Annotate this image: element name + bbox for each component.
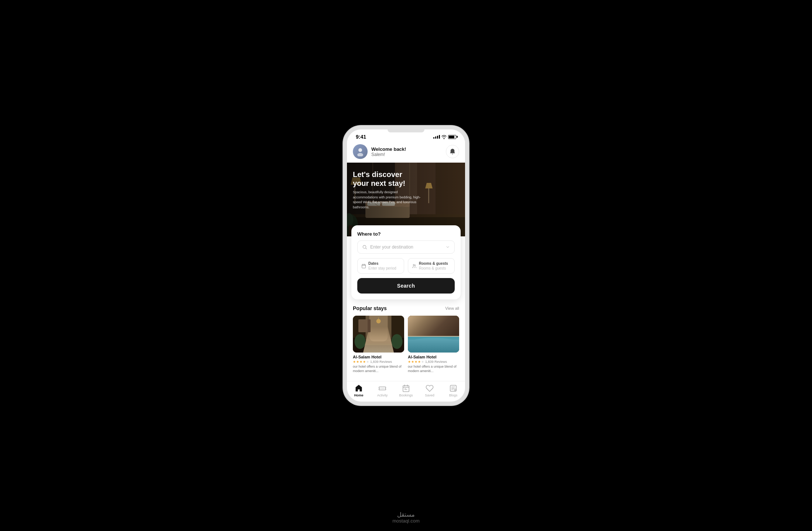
- svg-rect-20: [362, 264, 366, 268]
- nav-home-label: Home: [354, 393, 363, 397]
- nav-home[interactable]: Home: [350, 384, 368, 397]
- header-left: Welcome back! Salem!: [353, 144, 406, 159]
- hotel-reviews-2: 1,839 Reviews: [425, 360, 447, 364]
- hero-subtitle: Spacious, beautifully designed accommoda…: [353, 190, 423, 210]
- svg-rect-32: [408, 316, 459, 336]
- hotel-card-2[interactable]: Al-Salam Hotel ★ ★ ★ ★ ★ 1,839 Reviews o…: [408, 316, 459, 373]
- svg-rect-34: [408, 320, 459, 321]
- hotel-name-1: Al-Salam Hotel: [353, 355, 404, 359]
- hotel-desc-2: our hotel offers a unique blend of moder…: [408, 365, 459, 373]
- svg-rect-35: [408, 323, 459, 324]
- ticket-icon: [378, 384, 386, 392]
- svg-rect-36: [408, 325, 459, 326]
- svg-point-22: [414, 265, 416, 266]
- hotel-stars-1: ★ ★ ★ ★ ★: [353, 360, 369, 364]
- svg-rect-26: [366, 341, 392, 343]
- nav-bookings-label: Bookings: [399, 393, 413, 397]
- guests-field[interactable]: Rooms & guests Rooms & guests: [408, 258, 455, 274]
- watermark-url: mostaql.com: [392, 518, 420, 524]
- svg-point-0: [358, 148, 362, 152]
- hotel-reviews-1: 1,839 Reviews: [370, 360, 392, 364]
- signal-icon: [433, 135, 440, 139]
- bell-icon: [449, 148, 456, 155]
- status-icons: [433, 135, 456, 139]
- notification-button[interactable]: [446, 145, 459, 158]
- avatar: [353, 144, 368, 159]
- rooms-guests-label: Rooms & guests: [419, 261, 448, 266]
- dates-guests-row: Dates Enter stay period Rooms & guests R…: [357, 258, 455, 274]
- nav-activity[interactable]: Activity: [373, 384, 392, 397]
- phone-notch: [388, 129, 424, 132]
- nav-saved-label: Saved: [425, 393, 434, 397]
- svg-rect-31: [408, 316, 459, 353]
- svg-point-44: [382, 388, 383, 389]
- nav-saved[interactable]: Saved: [420, 384, 439, 397]
- dates-label: Dates: [368, 261, 396, 266]
- svg-point-28: [392, 334, 403, 349]
- svg-rect-33: [408, 317, 459, 319]
- svg-point-1: [357, 153, 363, 156]
- app-header: Welcome back! Salem!: [347, 141, 465, 163]
- user-name: Salem!: [371, 152, 406, 157]
- section-header: Popular stays View all: [353, 305, 459, 311]
- destination-input[interactable]: Enter your destination: [357, 240, 455, 254]
- hotel-photo-1: [353, 316, 404, 353]
- hotel-desc-1: our hotel offers a unique blend of moder…: [353, 365, 404, 373]
- guests-content: Rooms & guests Rooms & guests: [419, 261, 448, 270]
- nav-blogs-label: Blogs: [449, 393, 458, 397]
- svg-point-41: [408, 338, 459, 349]
- chevron-down-icon: [445, 245, 450, 249]
- destination-placeholder: Enter your destination: [370, 244, 443, 250]
- popular-stays-section: Popular stays View all: [347, 299, 465, 376]
- svg-point-45: [383, 388, 384, 389]
- nav-bookings[interactable]: Bookings: [397, 384, 415, 397]
- hotel-photo-2: [408, 316, 459, 353]
- heart-icon: [426, 384, 434, 392]
- search-button[interactable]: Search: [357, 278, 455, 294]
- svg-rect-39: [408, 333, 459, 334]
- guests-icon: [412, 264, 417, 268]
- svg-point-43: [381, 388, 381, 389]
- svg-point-48: [454, 389, 456, 391]
- nav-blogs[interactable]: Blogs: [444, 384, 462, 397]
- wifi-icon: [441, 135, 447, 139]
- phone-frame: 9:41: [343, 126, 469, 405]
- hotels-grid: Al-Salam Hotel ★ ★ ★ ★ ★ 1,839 Reviews o…: [353, 316, 459, 373]
- bottom-spacer: [347, 376, 465, 381]
- section-title: Popular stays: [353, 305, 387, 311]
- avatar-image: [355, 147, 365, 156]
- welcome-text: Welcome back!: [371, 146, 406, 152]
- dates-content: Dates Enter stay period: [368, 261, 396, 270]
- where-to-label: Where to?: [357, 231, 455, 237]
- dates-field[interactable]: Dates Enter stay period: [357, 258, 404, 274]
- svg-rect-38: [408, 330, 459, 332]
- hotel-stars-2: ★ ★ ★ ★ ★: [408, 360, 424, 364]
- bottom-nav: Home Activity Bookings: [347, 381, 465, 402]
- hotel-card-1[interactable]: Al-Salam Hotel ★ ★ ★ ★ ★ 1,839 Reviews o…: [353, 316, 404, 373]
- svg-rect-37: [408, 328, 459, 329]
- nav-activity-label: Activity: [377, 393, 388, 397]
- hotel-image-1: [353, 316, 404, 353]
- dates-placeholder: Enter stay period: [368, 266, 396, 270]
- battery-icon: [448, 135, 456, 139]
- search-card: Where to? Enter your destination: [351, 225, 461, 299]
- status-time: 9:41: [356, 134, 366, 140]
- hotel-name-2: Al-Salam Hotel: [408, 355, 459, 359]
- view-all-link[interactable]: View all: [445, 306, 459, 310]
- calendar-icon: [361, 264, 366, 268]
- hotel-rating-row-2: ★ ★ ★ ★ ★ 1,839 Reviews: [408, 360, 459, 364]
- svg-point-27: [355, 334, 366, 349]
- watermark-arabic: مستقل: [392, 511, 420, 518]
- svg-rect-25: [364, 343, 393, 345]
- bookings-icon: [402, 384, 410, 392]
- svg-rect-42: [408, 335, 459, 337]
- header-text: Welcome back! Salem!: [371, 146, 406, 157]
- watermark: مستقل mostaql.com: [392, 511, 420, 524]
- rooms-guests-placeholder: Rooms & guests: [419, 266, 448, 270]
- svg-point-21: [413, 264, 414, 266]
- hotel-image-2: [408, 316, 459, 353]
- blog-icon: [449, 384, 457, 392]
- phone-content[interactable]: Welcome back! Salem!: [347, 141, 465, 381]
- home-icon: [355, 384, 363, 392]
- hero-title: Let's discover your next stay!: [353, 170, 419, 188]
